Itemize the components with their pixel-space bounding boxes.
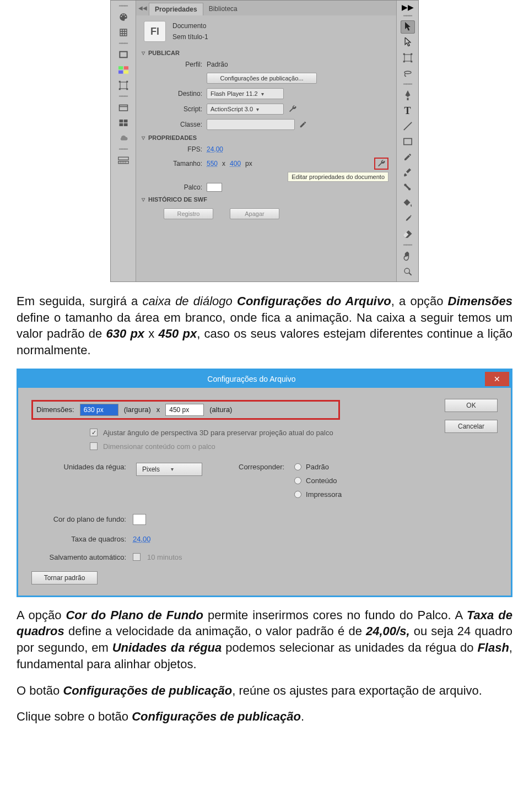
- collapse-triangle-icon: ▽: [142, 51, 145, 56]
- cancel-button[interactable]: Cancelar: [445, 420, 498, 433]
- bgcolor-swatch[interactable]: [133, 514, 146, 525]
- match-default-label: Padrão: [306, 463, 329, 471]
- rect-tool-icon[interactable]: [116, 48, 131, 61]
- text: podemos selecionar as unidades da régua …: [222, 641, 477, 654]
- svg-rect-20: [411, 61, 412, 62]
- edit-doc-props-button[interactable]: [374, 158, 388, 170]
- size-height[interactable]: 400: [230, 160, 241, 167]
- section-swf-history[interactable]: ▽ HISTÓRICO DE SWF: [136, 194, 396, 205]
- ruler-units-dropdown[interactable]: Pixels: [136, 463, 202, 476]
- text: permite inserirmos cores no fundo do Pal…: [203, 608, 467, 622]
- right-toolbar: ▶▶ ━━━ ━━━ T: [396, 1, 418, 282]
- doc-type-label: Documento: [172, 22, 208, 30]
- width-input[interactable]: 630 px: [80, 404, 118, 416]
- svg-rect-22: [403, 138, 411, 144]
- class-input[interactable]: [207, 119, 295, 130]
- grip-icon: ━━━: [119, 4, 127, 8]
- pen-tool-icon[interactable]: [401, 89, 415, 102]
- svg-rect-15: [118, 157, 128, 160]
- match-content-radio[interactable]: [294, 477, 301, 484]
- text: , a opção: [391, 294, 448, 308]
- autosave-checkbox[interactable]: [133, 553, 141, 561]
- section-properties[interactable]: ▽ PROPRIEDADES: [136, 132, 396, 143]
- history-clear-button[interactable]: Apagar: [230, 208, 279, 219]
- subselection-tool-icon[interactable]: [401, 36, 415, 49]
- grip-icon: ━━━: [119, 148, 127, 151]
- text-strong-em: Configurações de publicação: [132, 710, 301, 723]
- freetransform-icon[interactable]: [401, 51, 415, 64]
- match-default-radio[interactable]: [294, 463, 301, 470]
- line-tool-icon[interactable]: [401, 120, 415, 133]
- framerate-value[interactable]: 24,00: [133, 535, 151, 543]
- brush-tool-icon[interactable]: [401, 166, 415, 179]
- svg-line-21: [403, 122, 411, 130]
- paint-bucket-tool-icon[interactable]: [401, 197, 415, 210]
- size-width[interactable]: 550: [207, 160, 218, 167]
- svg-rect-10: [119, 120, 123, 122]
- adjust-3d-checkbox[interactable]: ✓: [90, 429, 98, 436]
- scale-content-label: Dimensionar conteúdo com o palco: [103, 442, 215, 451]
- text-strong-em: Configurações do Arquivo: [237, 294, 391, 308]
- hand-tool-icon[interactable]: [401, 250, 415, 263]
- close-button[interactable]: ✕: [485, 372, 509, 386]
- text: A opção: [17, 608, 66, 622]
- text: x: [144, 327, 159, 340]
- match-content-label: Conteúdo: [306, 477, 337, 485]
- eyedropper-tool-icon[interactable]: [401, 212, 415, 225]
- file-settings-dialog: Configurações do Arquivo ✕ OK Cancelar D…: [17, 369, 512, 597]
- panel-tabs: ◀◀ Propriedades Biblioteca: [136, 1, 396, 15]
- autosave-label: Salvamento automático:: [41, 553, 126, 561]
- flash-properties-panel: ━━━ ━━━ ━━━: [110, 0, 419, 282]
- paragraph-2: A opção Cor do Plano de Fundo permite in…: [17, 607, 512, 673]
- destination-dropdown[interactable]: Flash Player 11.2: [207, 88, 284, 99]
- svg-rect-13: [123, 123, 127, 126]
- tab-library[interactable]: Biblioteca: [203, 3, 243, 15]
- publish-settings-button[interactable]: Configurações de publicação...: [207, 73, 317, 84]
- make-default-button[interactable]: Tornar padrão: [31, 571, 98, 584]
- collapse-left-icon[interactable]: ◀◀: [138, 3, 149, 15]
- palette-tool-icon[interactable]: [116, 10, 131, 24]
- pencil-tool-icon[interactable]: [401, 150, 415, 164]
- swatches-tool-icon[interactable]: [116, 63, 131, 77]
- shape-tool-icon[interactable]: [401, 135, 415, 148]
- lasso-tool-icon[interactable]: [401, 67, 415, 80]
- size-label: Tamanho:: [164, 160, 202, 167]
- text-strong-em: Configurações de publicação: [63, 684, 232, 697]
- ok-button[interactable]: OK: [445, 399, 498, 412]
- x-label: x: [156, 405, 160, 414]
- svg-rect-7: [126, 81, 128, 83]
- text: [233, 294, 237, 308]
- match-printer-radio[interactable]: [294, 491, 301, 498]
- text-tool-icon[interactable]: T: [401, 104, 415, 117]
- text: O botão: [17, 684, 63, 697]
- flash-logo-icon: Fl: [144, 21, 166, 42]
- history-log-button[interactable]: Registro: [164, 208, 213, 219]
- scale-content-checkbox[interactable]: [90, 442, 98, 450]
- height-input[interactable]: 450 px: [165, 404, 204, 416]
- svg-rect-5: [120, 82, 127, 89]
- dialog-titlebar[interactable]: Configurações do Arquivo ✕: [18, 370, 511, 388]
- cloud-tool-icon[interactable]: [116, 132, 131, 145]
- eraser-tool-icon[interactable]: [401, 228, 415, 241]
- tab-properties[interactable]: Propriedades: [149, 3, 203, 15]
- svg-rect-3: [118, 71, 123, 74]
- pencil-icon[interactable]: [299, 121, 307, 128]
- wrench-icon[interactable]: [288, 105, 297, 113]
- svg-line-24: [409, 273, 412, 275]
- section-publish[interactable]: ▽ PUBLICAR: [136, 47, 396, 58]
- collapse-right-icon[interactable]: ▶▶: [402, 3, 414, 12]
- grip-icon: ━━━: [119, 42, 127, 45]
- script-dropdown[interactable]: ActionScript 3.0: [207, 104, 284, 115]
- library-tool-icon[interactable]: [116, 101, 131, 114]
- timeline-tool-icon[interactable]: [116, 154, 131, 167]
- bone-tool-icon[interactable]: [401, 181, 415, 194]
- selection-tool-icon[interactable]: [401, 20, 415, 34]
- grid-tool-icon[interactable]: [116, 26, 131, 39]
- stage-color-swatch[interactable]: [207, 183, 222, 192]
- fps-value[interactable]: 24,00: [207, 145, 223, 153]
- freetransform-tool-icon[interactable]: [116, 79, 131, 92]
- svg-rect-16: [404, 55, 411, 61]
- zoom-tool-icon[interactable]: [401, 265, 415, 278]
- components-tool-icon[interactable]: [116, 116, 131, 129]
- text: .: [301, 710, 304, 723]
